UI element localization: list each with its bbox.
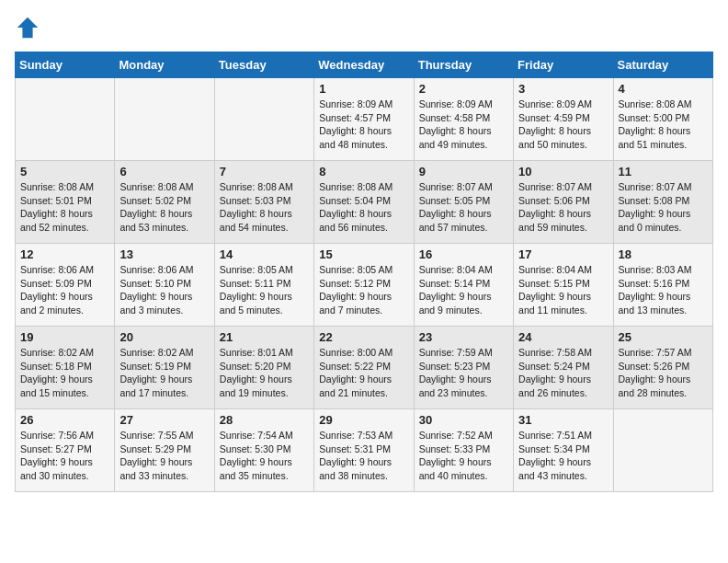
- calendar-cell: 10Sunrise: 8:07 AM Sunset: 5:06 PM Dayli…: [514, 161, 613, 244]
- calendar-cell: 18Sunrise: 8:03 AM Sunset: 5:16 PM Dayli…: [613, 244, 712, 327]
- day-number: 7: [220, 165, 309, 178]
- day-info: Sunrise: 8:00 AM Sunset: 5:22 PM Dayligh…: [319, 346, 408, 400]
- day-info: Sunrise: 8:07 AM Sunset: 5:06 PM Dayligh…: [518, 180, 608, 235]
- day-info: Sunrise: 8:08 AM Sunset: 5:01 PM Dayligh…: [20, 180, 109, 235]
- day-info: Sunrise: 7:55 AM Sunset: 5:29 PM Dayligh…: [119, 429, 209, 483]
- day-info: Sunrise: 8:08 AM Sunset: 5:02 PM Dayligh…: [119, 180, 209, 235]
- calendar-week-5: 26Sunrise: 7:56 AM Sunset: 5:27 PM Dayli…: [16, 409, 713, 492]
- day-number: 25: [619, 330, 708, 344]
- day-number: 28: [220, 413, 309, 427]
- day-number: 24: [518, 330, 608, 344]
- day-info: Sunrise: 8:09 AM Sunset: 4:59 PM Dayligh…: [518, 98, 608, 152]
- day-number: 5: [20, 165, 109, 178]
- calendar-cell: 31Sunrise: 7:51 AM Sunset: 5:34 PM Dayli…: [514, 409, 613, 492]
- calendar-cell: 5Sunrise: 8:08 AM Sunset: 5:01 PM Daylig…: [16, 161, 115, 244]
- day-info: Sunrise: 8:02 AM Sunset: 5:18 PM Dayligh…: [20, 346, 109, 400]
- calendar-header: Sunday Monday Tuesday Wednesday Thursday…: [16, 52, 713, 78]
- day-number: 4: [619, 82, 708, 96]
- calendar-cell: 22Sunrise: 8:00 AM Sunset: 5:22 PM Dayli…: [314, 327, 414, 409]
- calendar-cell: 28Sunrise: 7:54 AM Sunset: 5:30 PM Dayli…: [214, 409, 313, 492]
- calendar-cell: 24Sunrise: 7:58 AM Sunset: 5:24 PM Dayli…: [514, 327, 613, 409]
- day-number: 29: [319, 413, 408, 427]
- calendar-cell: 26Sunrise: 7:56 AM Sunset: 5:27 PM Dayli…: [16, 409, 115, 492]
- day-info: Sunrise: 8:04 AM Sunset: 5:14 PM Dayligh…: [419, 263, 508, 317]
- calendar-week-4: 19Sunrise: 8:02 AM Sunset: 5:18 PM Dayli…: [16, 327, 713, 409]
- calendar-cell: 29Sunrise: 7:53 AM Sunset: 5:31 PM Dayli…: [314, 409, 414, 492]
- day-info: Sunrise: 7:52 AM Sunset: 5:33 PM Dayligh…: [419, 429, 508, 483]
- svg-marker-0: [17, 17, 38, 38]
- calendar-cell: 15Sunrise: 8:05 AM Sunset: 5:12 PM Dayli…: [314, 244, 414, 327]
- day-number: 21: [220, 330, 309, 344]
- calendar-cell: 12Sunrise: 8:06 AM Sunset: 5:09 PM Dayli…: [16, 244, 115, 327]
- day-number: 12: [20, 247, 109, 261]
- day-info: Sunrise: 8:06 AM Sunset: 5:10 PM Dayligh…: [119, 263, 209, 317]
- weekday-monday: Monday: [115, 52, 214, 78]
- logo: [15, 15, 44, 40]
- day-number: 27: [119, 413, 209, 427]
- day-info: Sunrise: 8:09 AM Sunset: 4:58 PM Dayligh…: [419, 98, 508, 152]
- day-number: 9: [419, 165, 508, 178]
- calendar-cell: 13Sunrise: 8:06 AM Sunset: 5:10 PM Dayli…: [115, 244, 214, 327]
- day-number: 11: [619, 165, 708, 178]
- day-info: Sunrise: 8:02 AM Sunset: 5:19 PM Dayligh…: [119, 346, 209, 400]
- calendar-cell: 6Sunrise: 8:08 AM Sunset: 5:02 PM Daylig…: [115, 161, 214, 244]
- day-info: Sunrise: 7:56 AM Sunset: 5:27 PM Dayligh…: [20, 429, 109, 483]
- calendar-cell: 23Sunrise: 7:59 AM Sunset: 5:23 PM Dayli…: [414, 327, 513, 409]
- calendar-week-3: 12Sunrise: 8:06 AM Sunset: 5:09 PM Dayli…: [16, 244, 713, 327]
- day-number: 14: [220, 247, 309, 261]
- day-number: 6: [119, 165, 209, 178]
- day-number: 19: [20, 330, 109, 344]
- day-number: 23: [419, 330, 508, 344]
- calendar-cell: 4Sunrise: 8:08 AM Sunset: 5:00 PM Daylig…: [613, 78, 712, 161]
- calendar-cell: 14Sunrise: 8:05 AM Sunset: 5:11 PM Dayli…: [214, 244, 313, 327]
- calendar-cell: [115, 78, 214, 161]
- day-number: 15: [319, 247, 408, 261]
- weekday-thursday: Thursday: [414, 52, 513, 78]
- calendar-cell: 8Sunrise: 8:08 AM Sunset: 5:04 PM Daylig…: [314, 161, 414, 244]
- day-number: 13: [119, 247, 209, 261]
- calendar-cell: 20Sunrise: 8:02 AM Sunset: 5:19 PM Dayli…: [115, 327, 214, 409]
- day-number: 1: [319, 82, 408, 96]
- day-info: Sunrise: 7:51 AM Sunset: 5:34 PM Dayligh…: [518, 429, 608, 483]
- calendar-cell: [214, 78, 313, 161]
- day-info: Sunrise: 8:01 AM Sunset: 5:20 PM Dayligh…: [220, 346, 309, 400]
- calendar-cell: 3Sunrise: 8:09 AM Sunset: 4:59 PM Daylig…: [514, 78, 613, 161]
- calendar-cell: 30Sunrise: 7:52 AM Sunset: 5:33 PM Dayli…: [414, 409, 513, 492]
- weekday-tuesday: Tuesday: [214, 52, 313, 78]
- weekday-wednesday: Wednesday: [314, 52, 414, 78]
- day-number: 20: [119, 330, 209, 344]
- calendar-cell: [613, 409, 712, 492]
- page-header: [15, 15, 713, 40]
- calendar-table: Sunday Monday Tuesday Wednesday Thursday…: [15, 52, 713, 492]
- calendar-cell: 19Sunrise: 8:02 AM Sunset: 5:18 PM Dayli…: [16, 327, 115, 409]
- calendar-cell: 1Sunrise: 8:09 AM Sunset: 4:57 PM Daylig…: [314, 78, 414, 161]
- day-info: Sunrise: 8:08 AM Sunset: 5:04 PM Dayligh…: [319, 180, 408, 235]
- day-number: 3: [518, 82, 608, 96]
- calendar-cell: 9Sunrise: 8:07 AM Sunset: 5:05 PM Daylig…: [414, 161, 513, 244]
- day-info: Sunrise: 8:05 AM Sunset: 5:11 PM Dayligh…: [220, 263, 309, 317]
- weekday-sunday: Sunday: [16, 52, 115, 78]
- calendar-cell: 17Sunrise: 8:04 AM Sunset: 5:15 PM Dayli…: [514, 244, 613, 327]
- day-number: 31: [518, 413, 608, 427]
- calendar-cell: 27Sunrise: 7:55 AM Sunset: 5:29 PM Dayli…: [115, 409, 214, 492]
- day-number: 10: [518, 165, 608, 178]
- weekday-friday: Friday: [514, 52, 613, 78]
- calendar-cell: 7Sunrise: 8:08 AM Sunset: 5:03 PM Daylig…: [214, 161, 313, 244]
- day-number: 22: [319, 330, 408, 344]
- day-info: Sunrise: 8:08 AM Sunset: 5:00 PM Dayligh…: [619, 98, 708, 152]
- day-number: 26: [20, 413, 109, 427]
- day-info: Sunrise: 8:07 AM Sunset: 5:05 PM Dayligh…: [419, 180, 508, 235]
- calendar-week-1: 1Sunrise: 8:09 AM Sunset: 4:57 PM Daylig…: [16, 78, 713, 161]
- day-info: Sunrise: 8:07 AM Sunset: 5:08 PM Dayligh…: [619, 180, 708, 235]
- day-info: Sunrise: 8:04 AM Sunset: 5:15 PM Dayligh…: [518, 263, 608, 317]
- day-info: Sunrise: 7:57 AM Sunset: 5:26 PM Dayligh…: [619, 346, 708, 400]
- day-info: Sunrise: 8:03 AM Sunset: 5:16 PM Dayligh…: [619, 263, 708, 317]
- day-info: Sunrise: 7:59 AM Sunset: 5:23 PM Dayligh…: [419, 346, 508, 400]
- day-info: Sunrise: 8:05 AM Sunset: 5:12 PM Dayligh…: [319, 263, 408, 317]
- day-number: 2: [419, 82, 508, 96]
- calendar-body: 1Sunrise: 8:09 AM Sunset: 4:57 PM Daylig…: [16, 78, 713, 492]
- calendar-cell: 2Sunrise: 8:09 AM Sunset: 4:58 PM Daylig…: [414, 78, 513, 161]
- calendar-cell: 16Sunrise: 8:04 AM Sunset: 5:14 PM Dayli…: [414, 244, 513, 327]
- calendar-week-2: 5Sunrise: 8:08 AM Sunset: 5:01 PM Daylig…: [16, 161, 713, 244]
- logo-icon: [15, 15, 40, 40]
